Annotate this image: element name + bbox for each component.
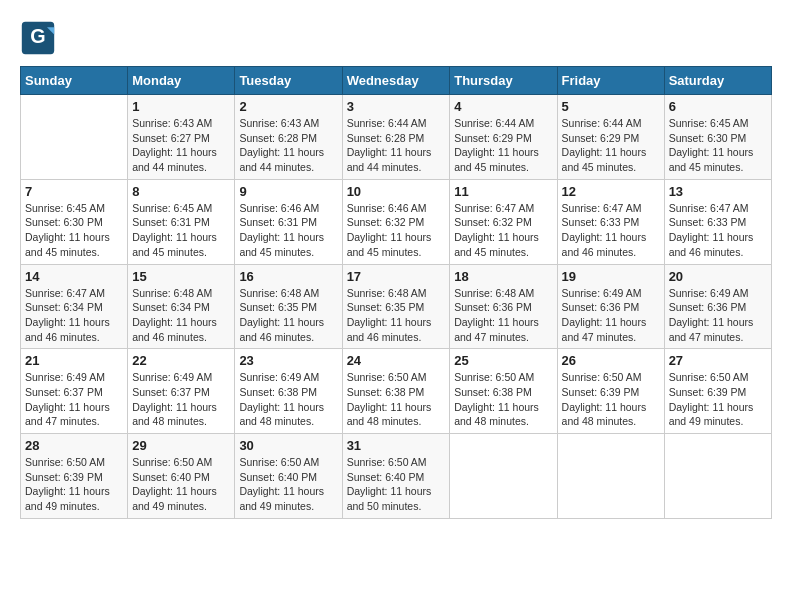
calendar-cell: [664, 434, 771, 519]
calendar-cell: 24Sunrise: 6:50 AM Sunset: 6:38 PM Dayli…: [342, 349, 450, 434]
calendar-cell: 3Sunrise: 6:44 AM Sunset: 6:28 PM Daylig…: [342, 95, 450, 180]
day-number: 10: [347, 184, 446, 199]
day-of-week-header: Friday: [557, 67, 664, 95]
day-info: Sunrise: 6:47 AM Sunset: 6:33 PM Dayligh…: [669, 201, 767, 260]
day-number: 13: [669, 184, 767, 199]
day-of-week-header: Wednesday: [342, 67, 450, 95]
day-number: 8: [132, 184, 230, 199]
calendar-cell: 29Sunrise: 6:50 AM Sunset: 6:40 PM Dayli…: [128, 434, 235, 519]
calendar-cell: 16Sunrise: 6:48 AM Sunset: 6:35 PM Dayli…: [235, 264, 342, 349]
day-of-week-header: Tuesday: [235, 67, 342, 95]
calendar-cell: 20Sunrise: 6:49 AM Sunset: 6:36 PM Dayli…: [664, 264, 771, 349]
day-of-week-header: Thursday: [450, 67, 557, 95]
day-number: 5: [562, 99, 660, 114]
day-info: Sunrise: 6:48 AM Sunset: 6:35 PM Dayligh…: [347, 286, 446, 345]
svg-text:G: G: [30, 25, 45, 47]
calendar-cell: 7Sunrise: 6:45 AM Sunset: 6:30 PM Daylig…: [21, 179, 128, 264]
day-number: 18: [454, 269, 552, 284]
day-number: 11: [454, 184, 552, 199]
day-info: Sunrise: 6:47 AM Sunset: 6:32 PM Dayligh…: [454, 201, 552, 260]
calendar-cell: 6Sunrise: 6:45 AM Sunset: 6:30 PM Daylig…: [664, 95, 771, 180]
day-number: 2: [239, 99, 337, 114]
day-info: Sunrise: 6:45 AM Sunset: 6:30 PM Dayligh…: [25, 201, 123, 260]
calendar-cell: 10Sunrise: 6:46 AM Sunset: 6:32 PM Dayli…: [342, 179, 450, 264]
calendar-cell: 31Sunrise: 6:50 AM Sunset: 6:40 PM Dayli…: [342, 434, 450, 519]
calendar-week-row: 21Sunrise: 6:49 AM Sunset: 6:37 PM Dayli…: [21, 349, 772, 434]
calendar-cell: 12Sunrise: 6:47 AM Sunset: 6:33 PM Dayli…: [557, 179, 664, 264]
calendar-cell: 8Sunrise: 6:45 AM Sunset: 6:31 PM Daylig…: [128, 179, 235, 264]
calendar-cell: [450, 434, 557, 519]
logo: G: [20, 20, 60, 56]
calendar-cell: 14Sunrise: 6:47 AM Sunset: 6:34 PM Dayli…: [21, 264, 128, 349]
day-info: Sunrise: 6:47 AM Sunset: 6:34 PM Dayligh…: [25, 286, 123, 345]
day-number: 28: [25, 438, 123, 453]
day-number: 22: [132, 353, 230, 368]
day-info: Sunrise: 6:49 AM Sunset: 6:37 PM Dayligh…: [25, 370, 123, 429]
calendar-table: SundayMondayTuesdayWednesdayThursdayFrid…: [20, 66, 772, 519]
day-number: 17: [347, 269, 446, 284]
calendar-cell: 17Sunrise: 6:48 AM Sunset: 6:35 PM Dayli…: [342, 264, 450, 349]
day-number: 21: [25, 353, 123, 368]
day-info: Sunrise: 6:44 AM Sunset: 6:28 PM Dayligh…: [347, 116, 446, 175]
day-info: Sunrise: 6:50 AM Sunset: 6:38 PM Dayligh…: [454, 370, 552, 429]
day-info: Sunrise: 6:45 AM Sunset: 6:30 PM Dayligh…: [669, 116, 767, 175]
calendar-cell: 5Sunrise: 6:44 AM Sunset: 6:29 PM Daylig…: [557, 95, 664, 180]
day-info: Sunrise: 6:47 AM Sunset: 6:33 PM Dayligh…: [562, 201, 660, 260]
day-info: Sunrise: 6:49 AM Sunset: 6:38 PM Dayligh…: [239, 370, 337, 429]
day-number: 20: [669, 269, 767, 284]
day-info: Sunrise: 6:45 AM Sunset: 6:31 PM Dayligh…: [132, 201, 230, 260]
calendar-cell: [21, 95, 128, 180]
day-number: 15: [132, 269, 230, 284]
calendar-cell: 1Sunrise: 6:43 AM Sunset: 6:27 PM Daylig…: [128, 95, 235, 180]
day-info: Sunrise: 6:50 AM Sunset: 6:39 PM Dayligh…: [669, 370, 767, 429]
day-number: 12: [562, 184, 660, 199]
calendar-week-row: 28Sunrise: 6:50 AM Sunset: 6:39 PM Dayli…: [21, 434, 772, 519]
day-info: Sunrise: 6:50 AM Sunset: 6:40 PM Dayligh…: [347, 455, 446, 514]
day-info: Sunrise: 6:50 AM Sunset: 6:40 PM Dayligh…: [239, 455, 337, 514]
calendar-cell: 21Sunrise: 6:49 AM Sunset: 6:37 PM Dayli…: [21, 349, 128, 434]
day-info: Sunrise: 6:49 AM Sunset: 6:36 PM Dayligh…: [562, 286, 660, 345]
calendar-cell: 27Sunrise: 6:50 AM Sunset: 6:39 PM Dayli…: [664, 349, 771, 434]
day-info: Sunrise: 6:50 AM Sunset: 6:39 PM Dayligh…: [25, 455, 123, 514]
day-number: 23: [239, 353, 337, 368]
logo-icon: G: [20, 20, 56, 56]
day-number: 30: [239, 438, 337, 453]
day-of-week-header: Monday: [128, 67, 235, 95]
day-number: 16: [239, 269, 337, 284]
day-info: Sunrise: 6:46 AM Sunset: 6:31 PM Dayligh…: [239, 201, 337, 260]
day-number: 31: [347, 438, 446, 453]
calendar-week-row: 14Sunrise: 6:47 AM Sunset: 6:34 PM Dayli…: [21, 264, 772, 349]
day-of-week-header: Saturday: [664, 67, 771, 95]
day-info: Sunrise: 6:43 AM Sunset: 6:27 PM Dayligh…: [132, 116, 230, 175]
day-info: Sunrise: 6:50 AM Sunset: 6:38 PM Dayligh…: [347, 370, 446, 429]
day-info: Sunrise: 6:48 AM Sunset: 6:36 PM Dayligh…: [454, 286, 552, 345]
day-number: 27: [669, 353, 767, 368]
day-number: 4: [454, 99, 552, 114]
day-number: 19: [562, 269, 660, 284]
calendar-cell: 25Sunrise: 6:50 AM Sunset: 6:38 PM Dayli…: [450, 349, 557, 434]
calendar-cell: 18Sunrise: 6:48 AM Sunset: 6:36 PM Dayli…: [450, 264, 557, 349]
calendar-cell: [557, 434, 664, 519]
calendar-cell: 2Sunrise: 6:43 AM Sunset: 6:28 PM Daylig…: [235, 95, 342, 180]
day-info: Sunrise: 6:50 AM Sunset: 6:40 PM Dayligh…: [132, 455, 230, 514]
calendar-header-row: SundayMondayTuesdayWednesdayThursdayFrid…: [21, 67, 772, 95]
day-number: 3: [347, 99, 446, 114]
day-info: Sunrise: 6:48 AM Sunset: 6:35 PM Dayligh…: [239, 286, 337, 345]
day-number: 26: [562, 353, 660, 368]
page-header: G: [20, 20, 772, 56]
calendar-week-row: 7Sunrise: 6:45 AM Sunset: 6:30 PM Daylig…: [21, 179, 772, 264]
day-number: 9: [239, 184, 337, 199]
day-number: 6: [669, 99, 767, 114]
calendar-cell: 15Sunrise: 6:48 AM Sunset: 6:34 PM Dayli…: [128, 264, 235, 349]
day-info: Sunrise: 6:49 AM Sunset: 6:37 PM Dayligh…: [132, 370, 230, 429]
calendar-cell: 28Sunrise: 6:50 AM Sunset: 6:39 PM Dayli…: [21, 434, 128, 519]
day-of-week-header: Sunday: [21, 67, 128, 95]
day-info: Sunrise: 6:43 AM Sunset: 6:28 PM Dayligh…: [239, 116, 337, 175]
calendar-cell: 23Sunrise: 6:49 AM Sunset: 6:38 PM Dayli…: [235, 349, 342, 434]
day-number: 1: [132, 99, 230, 114]
calendar-cell: 30Sunrise: 6:50 AM Sunset: 6:40 PM Dayli…: [235, 434, 342, 519]
day-info: Sunrise: 6:49 AM Sunset: 6:36 PM Dayligh…: [669, 286, 767, 345]
day-info: Sunrise: 6:50 AM Sunset: 6:39 PM Dayligh…: [562, 370, 660, 429]
day-info: Sunrise: 6:48 AM Sunset: 6:34 PM Dayligh…: [132, 286, 230, 345]
day-number: 14: [25, 269, 123, 284]
